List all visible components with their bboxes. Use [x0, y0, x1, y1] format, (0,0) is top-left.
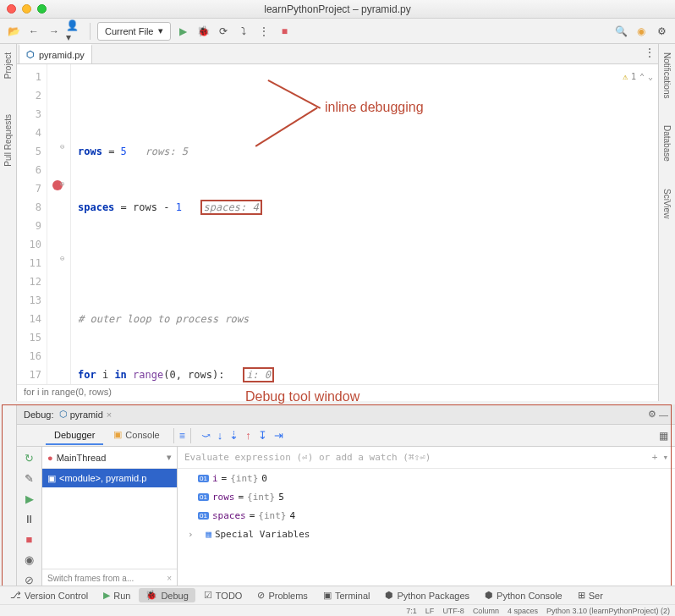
fold-icon[interactable]: ⊖: [60, 179, 69, 188]
right-tool-gutter: Notifications Database SciView: [658, 44, 675, 401]
ide-update-icon[interactable]: ◉: [633, 23, 650, 40]
stack-frame[interactable]: ▣ <module>, pyramid.p: [42, 469, 177, 487]
sciview-tool-tab[interactable]: SciView: [661, 184, 673, 223]
stop-debug-icon[interactable]: ■: [22, 531, 37, 547]
step-into-icon[interactable]: ↓: [217, 429, 223, 442]
debug-title: Debug:: [24, 410, 53, 420]
back-icon[interactable]: ←: [25, 23, 42, 40]
debug-tool-window: Debug: ⬡ pyramid × ⚙ — Debugger ▣ Consol…: [0, 404, 675, 587]
variable-rows[interactable]: 01 rows = {int} 5: [178, 487, 675, 506]
frames-hint: Switch frames from a...: [47, 574, 134, 583]
bb-todo[interactable]: ☑TODO: [197, 588, 250, 602]
gear-icon[interactable]: ⚙: [648, 409, 656, 420]
search-icon[interactable]: 🔍: [612, 23, 629, 40]
file-tab-pyramid[interactable]: ⬡ pyramid.py: [19, 44, 92, 63]
status-encoding[interactable]: UTF-8: [442, 607, 464, 615]
view-breakpoints-icon[interactable]: ◉: [22, 552, 37, 567]
forward-icon[interactable]: →: [46, 23, 63, 40]
rerun-icon[interactable]: ↻: [22, 450, 37, 465]
fold-icon[interactable]: ⊖: [60, 142, 69, 151]
special-variables[interactable]: › ▦ Special Variables: [178, 525, 675, 543]
inline-value-i: i: 0: [243, 367, 274, 382]
chevron-down-icon: ▾: [158, 25, 163, 36]
inspection-badge[interactable]: ⚠1 ⌃⌄: [623, 68, 653, 86]
bb-services[interactable]: ⊞Ser: [571, 588, 610, 602]
editor-tabs: ⬡ pyramid.py ⋮: [17, 44, 658, 64]
line-numbers: 123 456 789 101112 131415 1617: [17, 64, 47, 384]
debug-config-name: pyramid: [70, 410, 103, 420]
debug-icon[interactable]: 🐞: [195, 23, 211, 40]
frames-panel: ● MainThread ▾ ▣ <module>, pyramid.p Swi…: [42, 447, 178, 587]
left-tool-gutter: Project Pull Requests: [0, 44, 17, 401]
bb-vcs[interactable]: ⎇Version Control: [3, 588, 95, 602]
titlebar: learnPythonProject – pyramid.py: [0, 0, 675, 19]
frame-icon: ▣: [47, 473, 56, 484]
variable-spaces[interactable]: 01 spaces = {int} 4: [178, 506, 675, 525]
layout-icon[interactable]: ▦: [659, 430, 668, 442]
threads-icon[interactable]: ≡: [179, 430, 185, 442]
variable-i[interactable]: 01 i = {int} 0: [178, 469, 675, 487]
bb-pypackages[interactable]: ⬢Python Packages: [378, 588, 476, 602]
status-caret[interactable]: 7:1: [406, 607, 417, 615]
close-tab-icon[interactable]: ×: [107, 410, 112, 420]
fold-icon[interactable]: ⊖: [60, 254, 69, 262]
project-tool-tab[interactable]: Project: [2, 47, 14, 84]
hide-icon[interactable]: —: [659, 410, 668, 420]
profile-icon[interactable]: ⤵: [235, 23, 252, 40]
close-hint-icon[interactable]: ×: [167, 574, 172, 583]
stop-icon[interactable]: ■: [276, 23, 293, 40]
database-tool-tab[interactable]: Database: [661, 120, 673, 167]
inline-value-rows: rows: 5: [145, 146, 189, 157]
annotation-inline-debug: inline debugging: [325, 98, 424, 117]
window-title: learnPythonProject – pyramid.py: [0, 3, 675, 15]
code-editor[interactable]: ⚠1 ⌃⌄ rows = 5 rows: 5 spaces = rows - 1…: [71, 64, 658, 384]
more-icon[interactable]: ⋮: [255, 23, 272, 40]
run-config-label: Current File: [105, 26, 153, 36]
notifications-tool-tab[interactable]: Notifications: [661, 47, 673, 103]
run-to-cursor-icon[interactable]: ↧: [258, 429, 267, 442]
status-lineend[interactable]: LF: [425, 607, 435, 615]
settings-icon[interactable]: ⚙: [653, 23, 670, 40]
bb-pyconsole[interactable]: ⬢Python Console: [478, 588, 569, 602]
pullrequests-tool-tab[interactable]: Pull Requests: [2, 109, 14, 172]
evaluate-field[interactable]: Evaluate expression (⏎) or add a watch (…: [178, 447, 675, 469]
bb-problems[interactable]: ⊘Problems: [250, 588, 314, 602]
run-icon[interactable]: ▶: [174, 23, 191, 40]
status-indent[interactable]: 4 spaces: [508, 607, 538, 615]
status-column[interactable]: Column: [473, 607, 499, 615]
breakpoint-gutter[interactable]: ⊖ ⊖ ⊖: [47, 64, 71, 384]
tab-debugger[interactable]: Debugger: [46, 426, 103, 445]
modify-icon[interactable]: ✎: [22, 470, 37, 486]
run-config-selector[interactable]: Current File ▾: [97, 22, 171, 41]
pause-icon[interactable]: ⏸: [22, 511, 37, 526]
step-out-icon[interactable]: ↑: [245, 429, 251, 442]
coverage-icon[interactable]: ⟳: [215, 23, 232, 40]
expand-icon[interactable]: ▾: [662, 452, 668, 463]
thread-selector[interactable]: ● MainThread ▾: [42, 447, 177, 469]
resume-icon[interactable]: ▶: [22, 491, 37, 506]
file-tab-label: pyramid.py: [39, 50, 85, 60]
debug-action-sidebar: ↻ ✎ ▶ ⏸ ■ ◉ ⊘: [17, 447, 42, 587]
user-icon[interactable]: 👤▾: [66, 23, 83, 40]
bb-terminal[interactable]: ▣Terminal: [316, 588, 377, 602]
variables-panel: Evaluate expression (⏎) or add a watch (…: [178, 447, 675, 587]
console-icon: ▣: [113, 429, 122, 440]
bb-debug[interactable]: 🐞Debug: [139, 588, 195, 602]
python-file-icon: ⬡: [26, 49, 35, 60]
bb-run[interactable]: ▶Run: [96, 588, 137, 602]
thread-status-icon: ●: [47, 453, 53, 463]
step-into-my-icon[interactable]: ⇣: [229, 429, 239, 442]
tab-console[interactable]: ▣ Console: [105, 426, 167, 445]
status-bar: 7:1 LF UTF-8 Column 4 spaces Python 3.10…: [0, 604, 675, 616]
main-toolbar: 📂 ← → 👤▾ Current File ▾ ▶ 🐞 ⟳ ⤵ ⋮ ■ 🔍 ◉ …: [0, 19, 675, 44]
step-over-icon[interactable]: ⤻: [201, 429, 211, 442]
evaluate-icon[interactable]: ⇥: [274, 429, 283, 442]
status-interpreter[interactable]: Python 3.10 (learnPythonProject) (2): [546, 607, 670, 615]
add-watch-icon[interactable]: +: [652, 452, 658, 463]
tab-menu-icon[interactable]: ⋮: [641, 44, 658, 61]
annotation-debug-tool: Debug tool window: [245, 389, 359, 404]
bottom-tool-bar: ⎇Version Control ▶Run 🐞Debug ☑TODO ⊘Prob…: [0, 586, 675, 604]
open-icon[interactable]: 📂: [5, 23, 22, 40]
inline-value-spaces: spaces: 4: [200, 200, 262, 215]
python-icon: ⬡: [59, 409, 68, 420]
